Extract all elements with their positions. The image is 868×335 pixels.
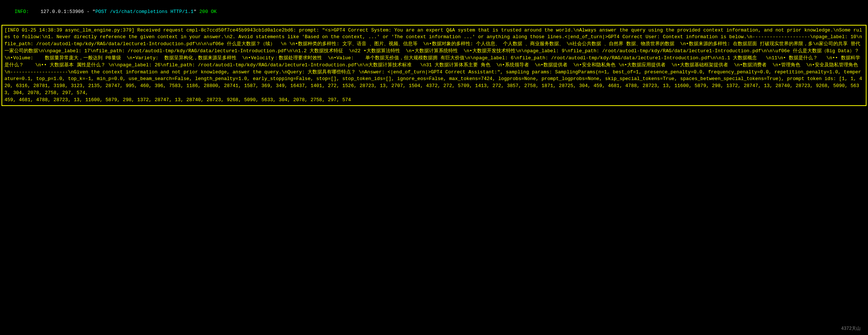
terminal: INFO: 127.0.0.1:53906 - "POST /v1/chat/c… (0, 0, 868, 335)
status-code: 200 OK (200, 9, 217, 14)
info-text: 127.0.0.1:53906 - "POST /v1/chat/complet… (29, 9, 217, 14)
info-label: INFO: (14, 9, 29, 14)
info-line: INFO: 127.0.0.1:53906 - "POST /v1/chat/c… (0, 0, 868, 24)
watermark: 4372天山 (841, 326, 861, 332)
url-text: POST /v1/chat/completions HTTP/1.1 (95, 9, 194, 14)
log-block: [INFO 01-25 14:38:39 async_llm_engine.py… (1, 25, 867, 106)
